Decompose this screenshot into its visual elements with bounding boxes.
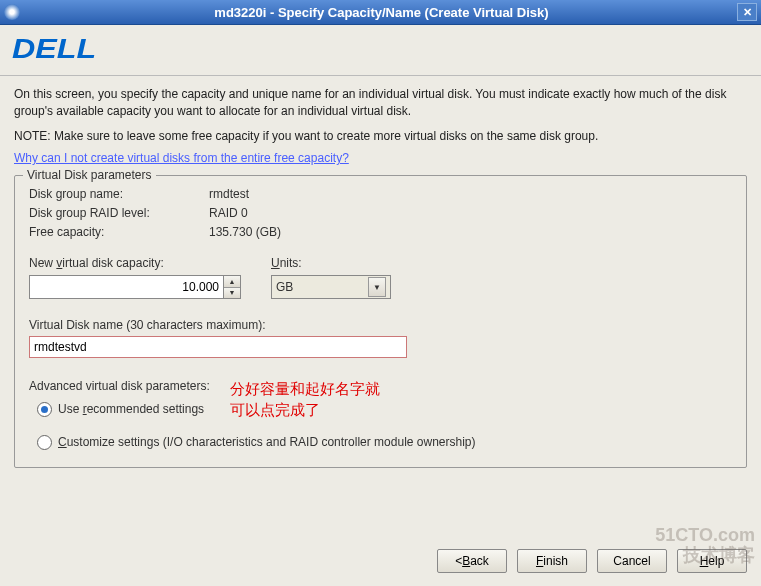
description-text: On this screen, you specify the capacity… xyxy=(14,86,747,120)
annotation-text: 分好容量和起好名字就 可以点完成了 xyxy=(230,378,380,420)
fieldset-legend: Virtual Disk parameters xyxy=(23,167,156,184)
radio-customize-label: Customize settings (I/O characteristics … xyxy=(58,434,476,451)
help-link[interactable]: Why can I not create virtual disks from … xyxy=(14,150,349,167)
raid-level-label: Disk group RAID level: xyxy=(29,205,209,222)
back-button[interactable]: < Back xyxy=(437,549,507,573)
radio-customize[interactable]: Customize settings (I/O characteristics … xyxy=(29,434,732,451)
radio-icon xyxy=(37,402,52,417)
radio-recommended-label: Use recommended settings xyxy=(58,401,204,418)
close-icon[interactable]: ✕ xyxy=(737,3,757,21)
cancel-button[interactable]: Cancel xyxy=(597,549,667,573)
radio-recommended[interactable]: Use recommended settings xyxy=(29,401,210,418)
note-text: NOTE: Make sure to leave some free capac… xyxy=(14,128,747,145)
virtual-disk-parameters-group: Virtual Disk parameters Disk group name:… xyxy=(14,175,747,468)
window-body: DELL On this screen, you specify the cap… xyxy=(0,25,761,586)
capacity-spinner: ▲ ▼ xyxy=(223,276,240,298)
capacity-input[interactable] xyxy=(30,280,223,294)
vd-name-input[interactable] xyxy=(29,336,407,358)
titlebar: md3220i - Specify Capacity/Name (Create … xyxy=(0,0,761,25)
chevron-down-icon: ▼ xyxy=(368,277,386,297)
radio-icon xyxy=(37,435,52,450)
units-label: Units: xyxy=(271,255,391,272)
window-title: md3220i - Specify Capacity/Name (Create … xyxy=(26,5,737,20)
app-icon xyxy=(4,4,20,20)
button-bar: < Back Finish Cancel Help xyxy=(0,539,761,586)
spinner-up-icon[interactable]: ▲ xyxy=(224,276,240,288)
help-button[interactable]: Help xyxy=(677,549,747,573)
advanced-params-label: Advanced virtual disk parameters: xyxy=(29,378,210,395)
capacity-input-wrapper: ▲ ▼ xyxy=(29,275,241,299)
free-capacity-label: Free capacity: xyxy=(29,224,209,241)
disk-group-name-value: rmdtest xyxy=(209,186,249,203)
new-capacity-label: New virtual disk capacity: xyxy=(29,255,241,272)
spinner-down-icon[interactable]: ▼ xyxy=(224,288,240,299)
units-select[interactable]: GB ▼ xyxy=(271,275,391,299)
units-value: GB xyxy=(276,279,293,296)
raid-level-value: RAID 0 xyxy=(209,205,248,222)
vd-name-label: Virtual Disk name (30 characters maximum… xyxy=(29,317,732,334)
disk-group-name-label: Disk group name: xyxy=(29,186,209,203)
dell-logo: DELL xyxy=(12,33,96,65)
logo-bar: DELL xyxy=(0,25,761,76)
finish-button[interactable]: Finish xyxy=(517,549,587,573)
free-capacity-value: 135.730 (GB) xyxy=(209,224,281,241)
content-area: On this screen, you specify the capacity… xyxy=(0,76,761,539)
